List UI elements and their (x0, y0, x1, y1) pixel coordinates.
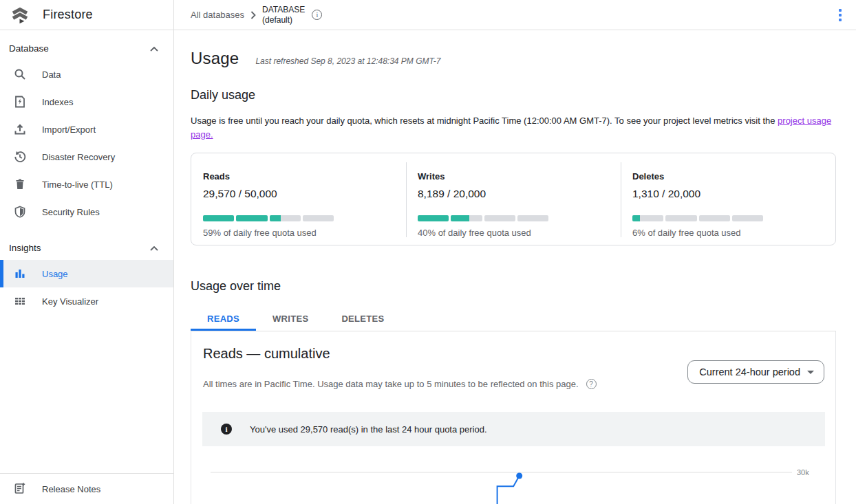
section-label-insights: Insights (9, 243, 41, 253)
reads-value: 29,570 / 50,000 (203, 188, 406, 200)
kebab-menu-icon[interactable] (831, 6, 849, 24)
sidebar-item-label: Time-to-live (TTL) (42, 179, 113, 190)
sidebar-section-insights[interactable]: Insights (0, 230, 173, 260)
y-axis-label-30k: 30k (797, 468, 809, 476)
brand: Firestore (0, 0, 174, 30)
writes-quota-progress-bar (418, 215, 548, 221)
upload-icon (14, 123, 26, 135)
sidebar-item-label: Indexes (42, 97, 74, 107)
panel-title: Reads — cumulative (191, 331, 835, 362)
sidebar-item-security-rules[interactable]: Security Rules (0, 198, 173, 226)
reads-series-line (497, 476, 520, 504)
series-end-dot (516, 473, 522, 479)
quota-bar-segment (632, 215, 663, 221)
sidebar-item-label: Disaster Recovery (42, 152, 115, 162)
top-header: Firestore All databases DATABASE (defaul… (0, 0, 856, 30)
chevron-right-icon (250, 11, 256, 19)
reads-cumulative-panel: Reads — cumulative All times are in Paci… (191, 331, 836, 504)
sidebar-item-label: Security Rules (42, 207, 100, 217)
quota-bar-segment (236, 215, 267, 221)
chevron-down-icon (807, 371, 814, 374)
breadcrumb-all-databases[interactable]: All databases (191, 10, 244, 20)
sidebar-item-label: Import/Export (42, 124, 96, 135)
quota-bar-segment (699, 215, 730, 221)
panel-subtitle: All times are in Pacific Time. Usage dat… (203, 379, 579, 389)
reads-line-chart: 30k (191, 457, 835, 504)
period-selector-dropdown[interactable]: Current 24-hour period (687, 360, 824, 384)
trash-icon (14, 178, 26, 190)
deletes-caption: 6% of daily free quota used (632, 228, 835, 238)
reads-quota-column: Reads 29,570 / 50,000 59% of daily free … (191, 153, 406, 245)
main-content: Usage Last refreshed Sep 8, 2023 at 12:4… (174, 30, 856, 504)
release-notes-icon (14, 482, 26, 496)
chevron-up-icon (150, 243, 158, 253)
quota-bar-segment (484, 215, 515, 221)
sidebar-item-label: Usage (42, 269, 68, 279)
page-title: Usage (191, 49, 239, 68)
quota-bar-segment (665, 215, 696, 221)
sidebar-item-release-notes[interactable]: Release Notes (0, 473, 173, 504)
bar-chart-icon (14, 267, 26, 280)
sidebar-item-ttl[interactable]: Time-to-live (TTL) (0, 171, 173, 198)
description-text: Usage is free until you reach your daily… (191, 116, 778, 126)
writes-label: Writes (418, 171, 621, 182)
banner-text: You've used 29,570 read(s) in the last 2… (250, 424, 487, 435)
sidebar-item-data[interactable]: Data (0, 61, 173, 88)
breadcrumb: All databases DATABASE (default) i (174, 0, 856, 30)
usage-tabs: READS WRITES DELETES (191, 308, 836, 331)
section-label-database: Database (9, 43, 49, 54)
tab-deletes[interactable]: DELETES (325, 308, 400, 331)
release-notes-label: Release Notes (42, 484, 100, 494)
period-selector-label: Current 24-hour period (699, 366, 800, 377)
writes-value: 8,189 / 20,000 (418, 188, 621, 200)
document-bolt-icon (14, 96, 26, 108)
quota-bar-segment (303, 215, 334, 221)
quota-bar-segment (732, 215, 763, 221)
daily-quota-card: Reads 29,570 / 50,000 59% of daily free … (191, 153, 836, 245)
database-label: DATABASE (262, 5, 305, 15)
shield-icon (14, 206, 26, 218)
tab-reads[interactable]: READS (191, 308, 256, 331)
database-id: (default) (262, 15, 305, 25)
sidebar-item-indexes[interactable]: Indexes (0, 88, 173, 116)
reads-label: Reads (203, 171, 406, 182)
history-icon (14, 151, 26, 163)
grid-icon (14, 295, 26, 307)
sidebar-item-usage[interactable]: Usage (0, 260, 173, 287)
last-refreshed-text: Last refreshed Sep 8, 2023 at 12:48:34 P… (255, 56, 440, 66)
sidebar-item-key-visualizer[interactable]: Key Visualizer (0, 287, 173, 315)
sidebar-item-import-export[interactable]: Import/Export (0, 116, 173, 143)
app-title: Firestore (43, 8, 93, 22)
help-icon[interactable]: ? (586, 379, 597, 389)
sidebar-section-database[interactable]: Database (0, 30, 173, 61)
chevron-up-icon (150, 43, 158, 54)
quota-bar-segment (203, 215, 234, 221)
sidebar-item-disaster-recovery[interactable]: Disaster Recovery (0, 143, 173, 171)
writes-quota-column: Writes 8,189 / 20,000 40% of daily free … (406, 153, 621, 245)
deletes-quota-progress-bar (632, 215, 763, 221)
database-info-icon[interactable]: i (312, 10, 322, 20)
daily-usage-heading: Daily usage (191, 88, 836, 102)
writes-caption: 40% of daily free quota used (418, 228, 621, 238)
sidebar-item-label: Key Visualizer (42, 296, 98, 307)
reads-caption: 59% of daily free quota used (203, 228, 406, 238)
usage-info-banner: i You've used 29,570 read(s) in the last… (202, 412, 825, 446)
search-icon (14, 68, 26, 80)
firestore-logo-icon (10, 6, 30, 25)
usage-over-time-heading: Usage over time (191, 279, 836, 294)
quota-bar-segment (517, 215, 548, 221)
quota-bar-segment (451, 215, 482, 221)
info-icon: i (221, 424, 232, 435)
deletes-quota-column: Deletes 1,310 / 20,000 6% of daily free … (621, 153, 835, 245)
sidebar-item-label: Data (42, 69, 61, 80)
tab-writes[interactable]: WRITES (256, 308, 325, 331)
breadcrumb-current-database: DATABASE (default) (262, 5, 305, 25)
deletes-value: 1,310 / 20,000 (632, 188, 835, 200)
sidebar: Database Data Indexes Import/Export Disa… (0, 30, 174, 504)
quota-bar-segment (418, 215, 449, 221)
quota-bar-segment (270, 215, 301, 221)
daily-usage-description: Usage is free until you reach your daily… (191, 114, 836, 142)
deletes-label: Deletes (632, 171, 835, 182)
reads-quota-progress-bar (203, 215, 334, 221)
